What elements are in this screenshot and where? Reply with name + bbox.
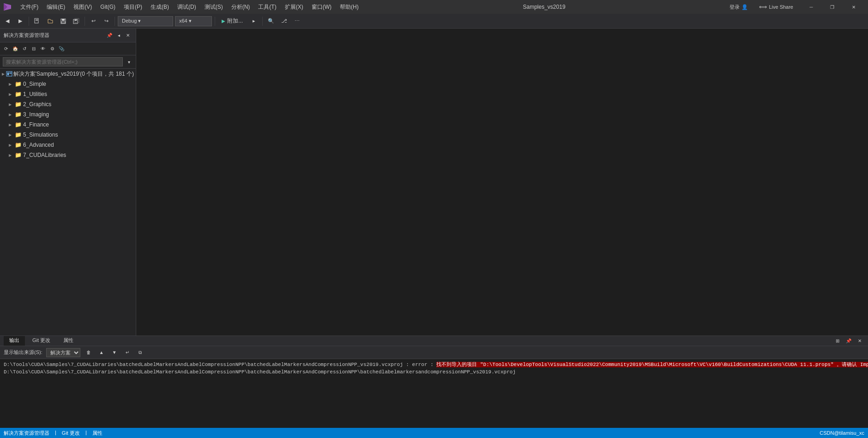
solution-tree: ▶ 解决方案'Samples_vs2019'(0 个项目，共 181 个) ▶ <box>0 69 136 336</box>
menu-extensions[interactable]: 扩展(X) <box>281 1 307 13</box>
svg-rect-13 <box>9 72 12 73</box>
git-toolbar-button[interactable]: ⎇ <box>278 16 289 27</box>
toolbar-separator-2 <box>84 17 85 26</box>
minimize-button[interactable]: ─ <box>801 0 822 14</box>
folder-4-icon: 📁 <box>15 121 21 128</box>
status-git-label[interactable]: Git 更改 <box>62 430 80 437</box>
menu-window[interactable]: 窗口(W) <box>308 1 335 13</box>
expand-5-icon: ▶ <box>7 133 13 137</box>
se-arrow-button[interactable]: ◂ <box>115 31 123 40</box>
platform-dropdown[interactable]: x64 ▾ <box>175 16 212 26</box>
folder-3-imaging[interactable]: ▶ 📁 3_Imaging <box>0 109 136 120</box>
title-center: Samples_vs2019 <box>523 4 566 10</box>
bottom-pin-button[interactable]: 📌 <box>844 336 853 346</box>
se-show-all-button[interactable]: 👁 <box>39 45 47 53</box>
output-up-button[interactable]: ▲ <box>97 348 106 357</box>
solution-search-bar: ▾ <box>0 55 136 69</box>
live-share-label: Live Share <box>769 4 793 10</box>
tab-output[interactable]: 输出 <box>4 336 25 346</box>
live-share-button[interactable]: ⟺ Live Share <box>755 3 797 11</box>
tab-properties[interactable]: 属性 <box>58 336 79 346</box>
menu-git[interactable]: Git(G) <box>96 2 119 12</box>
new-project-button[interactable] <box>32 16 43 27</box>
folder-4-finance[interactable]: ▶ 📁 4_Finance <box>0 120 136 130</box>
tab-git-changes[interactable]: Git 更改 <box>27 336 56 346</box>
menu-file[interactable]: 文件(F) <box>17 1 42 13</box>
attach-button[interactable]: ▶ 附加... <box>218 16 247 27</box>
folder-0-simple[interactable]: ▶ 📁 0_Simple <box>0 79 136 89</box>
extra-toolbar-button[interactable]: ⋯ <box>291 16 302 27</box>
search-options-button[interactable]: ▾ <box>125 58 133 66</box>
solution-search-input[interactable] <box>3 57 123 66</box>
status-separator-1: | <box>55 430 56 437</box>
toolbar-separator-5 <box>262 17 263 26</box>
se-close-button[interactable]: ✕ <box>124 31 132 40</box>
se-pin-button[interactable]: 📌 <box>105 31 114 40</box>
undo-button[interactable]: ↩ <box>88 16 99 27</box>
app-icon <box>4 3 11 11</box>
restore-button[interactable]: ❐ <box>822 0 843 14</box>
menu-help[interactable]: 帮助(H) <box>336 1 362 13</box>
bottom-close-button[interactable]: ✕ <box>855 336 864 346</box>
bottom-float-button[interactable]: ⊞ <box>833 336 842 346</box>
login-label: 登录 <box>729 4 740 11</box>
menu-edit[interactable]: 编辑(E) <box>43 1 69 13</box>
menu-project[interactable]: 项目(P) <box>120 1 146 13</box>
title-bar: 文件(F) 编辑(E) 视图(V) Git(G) 项目(P) 生成(B) 调试(… <box>0 0 868 14</box>
status-bar: 解决方案资源管理器 | Git 更改 | 属性 CSDN@tilamisu_xc <box>0 428 868 438</box>
menu-analyze[interactable]: 分析(N) <box>228 1 254 13</box>
output-source-select[interactable]: 解决方案 <box>46 348 80 357</box>
se-sync-button[interactable]: ⟳ <box>2 45 10 53</box>
run-icon: ▶ <box>222 18 225 24</box>
se-pin2-button[interactable]: 📎 <box>57 45 66 53</box>
main-area: 解决方案资源管理器 📌 ◂ ✕ ⟳ 🏠 ↺ ⊟ 👁 ⚙ 📎 ▾ <box>0 29 868 428</box>
output-wrap-button[interactable]: ↵ <box>123 348 132 357</box>
close-button[interactable]: ✕ <box>843 0 864 14</box>
output-copy-button[interactable]: ⧉ <box>136 348 145 357</box>
save-all-button[interactable] <box>71 16 82 27</box>
menu-test[interactable]: 测试(S) <box>201 1 227 13</box>
folder-0-icon: 📁 <box>15 81 21 87</box>
config-dropdown[interactable]: Debug ▾ <box>118 16 173 26</box>
svg-rect-14 <box>9 73 12 74</box>
back-button[interactable]: ◀ <box>2 16 13 27</box>
se-settings-button[interactable]: ⚙ <box>48 45 56 53</box>
save-button[interactable] <box>58 16 69 27</box>
folder-5-simulations[interactable]: ▶ 📁 5_Simulations <box>0 130 136 140</box>
expand-4-icon: ▶ <box>7 123 13 127</box>
menu-tools[interactable]: 工具(T) <box>254 1 280 13</box>
se-collapse-button[interactable]: ⊟ <box>30 45 38 53</box>
svg-rect-3 <box>36 19 38 20</box>
folder-5-label: 5_Simulations <box>23 132 58 138</box>
solution-explorer-toolbar: ⟳ 🏠 ↺ ⊟ 👁 ⚙ 📎 <box>0 42 136 55</box>
title-bar-left: 文件(F) 编辑(E) 视图(V) Git(G) 项目(P) 生成(B) 调试(… <box>4 1 362 13</box>
redo-button[interactable]: ↪ <box>101 16 112 27</box>
folder-1-icon: 📁 <box>15 91 21 97</box>
folder-5-icon: 📁 <box>15 132 21 138</box>
menu-bar: 文件(F) 编辑(E) 视图(V) Git(G) 项目(P) 生成(B) 调试(… <box>17 1 362 13</box>
folder-4-label: 4_Finance <box>23 121 49 128</box>
search-toolbar-button[interactable]: 🔍 <box>265 16 277 27</box>
folder-1-utilities[interactable]: ▶ 📁 1_Utilities <box>0 89 136 99</box>
output-down-button[interactable]: ▼ <box>110 348 119 357</box>
solution-root-item[interactable]: ▶ 解决方案'Samples_vs2019'(0 个项目，共 181 个) <box>0 69 136 79</box>
attach-extra-button[interactable]: ▸ <box>248 16 259 27</box>
folder-7-cuda[interactable]: ▶ 📁 7_CUDALibraries <box>0 150 136 160</box>
folder-6-advanced[interactable]: ▶ 📁 6_Advanced <box>0 140 136 150</box>
menu-build[interactable]: 生成(B) <box>147 1 173 13</box>
status-properties-label[interactable]: 属性 <box>92 430 102 437</box>
se-refresh-button[interactable]: ↺ <box>20 45 29 53</box>
output-clear-button[interactable]: 🗑 <box>84 348 93 357</box>
se-home-button[interactable]: 🏠 <box>11 45 19 53</box>
folder-2-graphics[interactable]: ▶ 📁 2_Graphics <box>0 99 136 109</box>
menu-view[interactable]: 视图(V) <box>70 1 96 13</box>
forward-button[interactable]: ▶ <box>15 16 26 27</box>
menu-debug[interactable]: 调试(D) <box>174 1 200 13</box>
open-button[interactable] <box>45 16 56 27</box>
output-highlight-text: 找不到导入的项目 "D:\Tools\DevelopTools\VisualSt… <box>436 362 868 367</box>
status-solution-explorer[interactable]: 解决方案资源管理器 <box>4 430 49 437</box>
output-header: 显示输出来源(S): 解决方案 🗑 ▲ ▼ ↵ ⧉ <box>0 346 868 359</box>
login-area[interactable]: 登录 👤 <box>726 4 752 11</box>
toolbar: ◀ ▶ ↩ ↪ Debug ▾ x64 ▾ ▶ 附加... ▸ 🔍 ⎇ ⋯ <box>0 14 868 29</box>
status-left: 解决方案资源管理器 | Git 更改 | 属性 <box>4 430 102 437</box>
